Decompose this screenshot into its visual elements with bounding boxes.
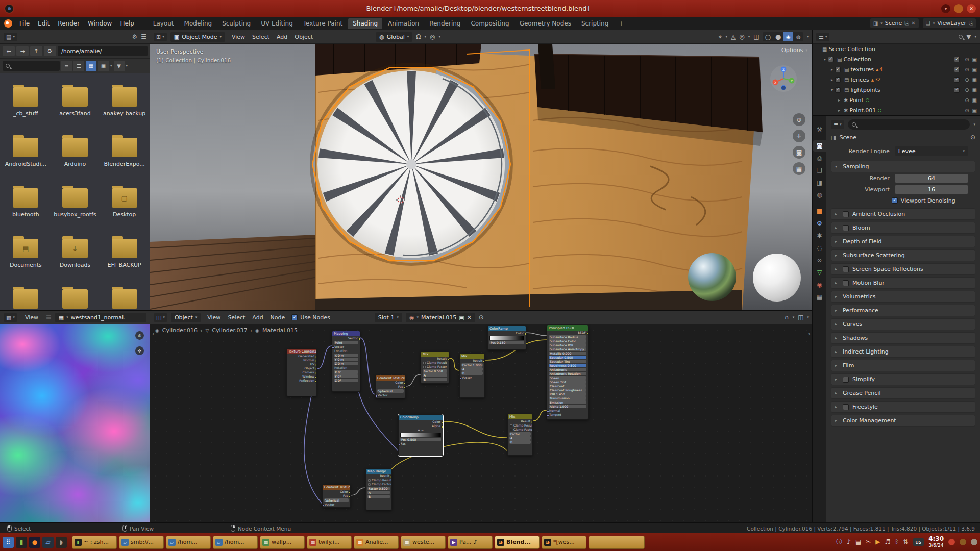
node-row-factor-1-000[interactable]: Factor 1.000 <box>461 363 483 367</box>
node-row-clamp-result[interactable]: Clamp Result <box>366 478 391 482</box>
outliner-filter-icon[interactable]: ▼ <box>966 33 971 40</box>
shader-node-mix[interactable]: MixResultClamp ResultClamp FactorFactorA… <box>507 414 533 456</box>
disable-render-icon[interactable]: ▣ <box>972 108 977 113</box>
node-row-clamp-factor[interactable]: Clamp Factor <box>508 428 532 432</box>
node-row-factor-0-500[interactable]: Factor 0.500 <box>368 487 390 490</box>
file-browser-folder-downloads[interactable]: ↓Downloads <box>51 234 99 285</box>
editor-type-outliner[interactable]: ☰▾ <box>816 33 829 41</box>
material-selector[interactable]: ◉▾ Material.015 ▣ ✕ <box>406 313 475 322</box>
outliner-row-scene-collection[interactable]: ▦Scene Collection <box>813 44 980 54</box>
workspace-tab-sculpting[interactable]: Sculpting <box>217 18 255 29</box>
properties-tab-material[interactable]: ◉ <box>813 279 826 290</box>
menu-edit[interactable]: Edit <box>34 18 54 29</box>
properties-tab-texture[interactable]: ▦ <box>813 291 826 303</box>
node-row-b[interactable]: B <box>423 378 447 381</box>
node-row-specular-0-500[interactable]: Specular 0.500 <box>549 356 586 359</box>
shader-node-gradient-texture[interactable]: Gradient TextureColorFacSphericalVector <box>375 375 406 398</box>
workspace-tab-texture-paint[interactable]: Texture Paint <box>299 18 347 29</box>
node-row-anisotropic[interactable]: Anisotropic <box>549 368 586 371</box>
outliner-row-lightpoints[interactable]: ▾▤lightpoints⊙▣ <box>813 85 980 95</box>
cut-icon[interactable]: ✂ <box>866 538 871 545</box>
workspace-tab-geometry-nodes[interactable]: Geometry Nodes <box>515 18 576 29</box>
properties-section-shadows[interactable]: ▸Shadows <box>831 332 975 344</box>
node-row-clearcoat[interactable]: Clearcoat <box>549 384 586 388</box>
shader-menu-select[interactable]: Select <box>225 313 248 322</box>
file-menu-icon[interactable]: ☰ <box>141 33 146 40</box>
gimp-icon[interactable]: ◗ <box>56 537 67 548</box>
properties-tab-tool[interactable]: ⚒ <box>813 124 826 135</box>
shader-node-mix[interactable]: MixResultClamp ResultClamp FactorFactor … <box>421 351 449 384</box>
collection-checkbox[interactable] <box>835 87 841 93</box>
taskbar-window-empty[interactable] <box>589 536 645 549</box>
options-dropdown[interactable]: Options▾ <box>781 47 807 54</box>
outliner-row-collection[interactable]: ▾▤Collection⊙▣ <box>813 54 980 64</box>
editor-type-file-browser[interactable]: ▤▾ <box>4 33 17 41</box>
node-row-subsurface-ior[interactable]: Subsurface IOR <box>549 343 586 347</box>
sampling-viewport-value[interactable]: 16 <box>895 185 968 194</box>
collection-checkbox[interactable] <box>835 67 841 72</box>
node-row-a[interactable]: A <box>509 436 531 440</box>
properties-section-volumetrics[interactable]: ▸Volumetrics <box>831 291 975 303</box>
file-browser-folder-documents[interactable]: ▤Documents <box>2 234 50 285</box>
view-thumbnail-button[interactable]: ▣ <box>98 61 109 71</box>
node-row-spherical[interactable]: Spherical <box>324 498 349 502</box>
screen-space-reflections-checkbox[interactable] <box>843 266 849 272</box>
snap-icon[interactable]: Ω <box>416 33 421 40</box>
properties-section-film[interactable]: ▸Film <box>831 360 975 371</box>
window-minimize-button[interactable]: — <box>954 4 963 13</box>
file-browser-folder[interactable] <box>101 285 149 311</box>
taskbar-window-smb[interactable]: ▱smb://... <box>119 536 164 549</box>
path-input[interactable]: /home/amalie/ <box>58 46 148 56</box>
music-icon[interactable]: ♪ <box>847 538 851 545</box>
menu-help[interactable]: Help <box>116 18 138 29</box>
properties-tab-constraints[interactable]: ∞ <box>813 255 826 266</box>
properties-section-motion-blur[interactable]: ▸Motion Blur <box>831 277 975 289</box>
keyboard-layout-indicator[interactable]: us <box>913 538 924 546</box>
viewport-denoising-checkbox[interactable] <box>892 197 898 204</box>
node-row-clearcoat-roughness[interactable]: Clearcoat Roughness <box>549 388 586 392</box>
pin-id-icon[interactable]: ⊙ <box>970 134 975 141</box>
properties-section-bloom[interactable]: ▸Bloom <box>831 222 975 234</box>
properties-tab-object[interactable]: ■ <box>813 206 826 217</box>
app-menu-icon[interactable]: ⠿ <box>3 537 14 548</box>
outliner-row-point[interactable]: ▸✱Point⊙▣ <box>813 95 980 105</box>
firefox-icon[interactable]: ● <box>29 537 40 548</box>
pin-icon[interactable]: ⊙ <box>479 314 484 321</box>
sampling-render-value[interactable]: 64 <box>895 174 968 183</box>
toggle-ortho-icon[interactable]: ▦ <box>793 162 805 175</box>
proportional-edit-icon[interactable]: ◎ <box>430 33 435 40</box>
node-row-subsurface-color[interactable]: Subsurface Color <box>549 339 586 343</box>
overlays-icon[interactable]: ◎ <box>739 33 744 40</box>
bloom-checkbox[interactable] <box>843 225 849 231</box>
node-row-y-0[interactable]: Y 0° <box>334 374 358 378</box>
file-browser-folder-arduino[interactable]: Arduino <box>51 133 99 184</box>
editor-type-image[interactable]: ▩▾ <box>4 313 17 322</box>
shader-node-gradient-texture[interactable]: Gradient TextureColorFacSphericalVector <box>322 484 351 508</box>
node-row-factor-0-500[interactable]: Factor 0.500 <box>423 369 447 373</box>
navigation-gizmo[interactable]: Z X Y <box>769 64 798 93</box>
outliner-search-icon[interactable] <box>959 35 963 39</box>
breadcrumb-item-cylinder-037[interactable]: Cylinder.037 <box>212 327 247 334</box>
node-row-subsurface-radius[interactable]: Subsurface Radius <box>549 335 586 339</box>
breadcrumb-item-material-015[interactable]: Material.015 <box>262 327 298 334</box>
image-selector[interactable]: ▦▾ westsand1_normal. <box>55 313 146 322</box>
shading-rendered-button[interactable]: ◍ <box>793 32 803 41</box>
file-browser-folder-cb-stuff[interactable]: _cb_stuff <box>2 83 50 133</box>
menu-file[interactable]: File <box>15 18 34 29</box>
node-row-roughness-0-500[interactable]: Roughness 0.500 <box>549 364 586 367</box>
add-workspace-button[interactable]: + <box>614 18 628 29</box>
properties-tab-scene[interactable]: ◨ <box>813 177 826 188</box>
forward-button[interactable]: → <box>16 46 29 56</box>
shading-wireframe-button[interactable]: ◯ <box>763 32 773 41</box>
node-canvas[interactable]: ◉Cylinder.016›▽Cylinder.037›◉Material.01… <box>150 324 813 522</box>
shader-node-mix[interactable]: MixResultFactor 1.000ABVector <box>459 353 485 398</box>
workspace-tab-animation[interactable]: Animation <box>383 18 424 29</box>
node-row-sheen-tint[interactable]: Sheen Tint <box>549 380 586 384</box>
file-browser-folder-acers3fand[interactable]: acers3fand <box>51 83 99 133</box>
exclude-checkbox[interactable] <box>954 77 960 83</box>
workspace-tab-modeling[interactable]: Modeling <box>180 18 217 29</box>
hide-viewport-icon[interactable]: ⊙ <box>965 108 969 113</box>
workspace-tab-uv-editing[interactable]: UV Editing <box>256 18 298 29</box>
disable-render-icon[interactable]: ▣ <box>972 57 977 62</box>
file-browser-folder-androidstudi[interactable]: AndroidStudi... <box>2 133 50 184</box>
